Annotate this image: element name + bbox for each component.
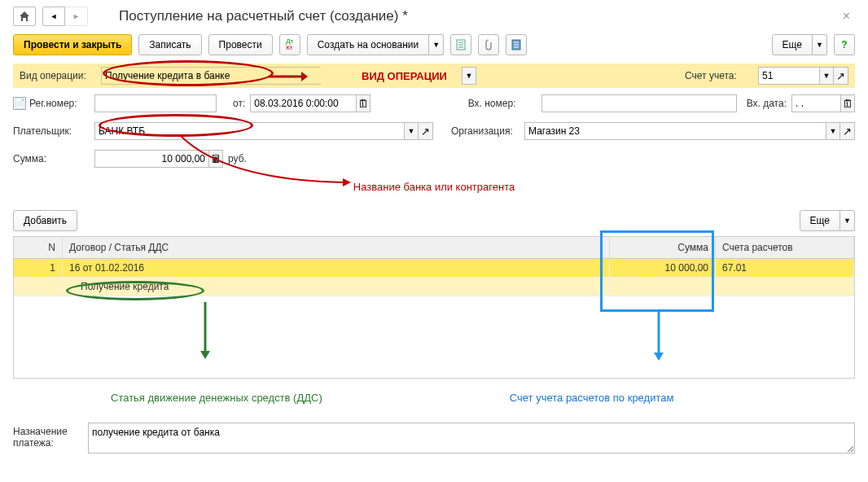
home-button[interactable] (13, 7, 36, 26)
account-dropdown[interactable]: ▼ (819, 67, 834, 85)
payer-input[interactable] (94, 122, 404, 140)
create-based-on-button[interactable]: Создать на основании (307, 34, 430, 55)
annotation-acc: Счет учета расчетов по кредитам (510, 392, 674, 404)
op-type-input[interactable] (101, 67, 321, 85)
col-sum[interactable]: Сумма (610, 237, 716, 258)
open-icon: ↗ (843, 125, 852, 138)
account-input[interactable] (758, 67, 819, 85)
in-no-input[interactable] (541, 94, 737, 112)
org-dropdown[interactable]: ▼ (826, 122, 840, 140)
chevron-down-icon: ▼ (432, 41, 440, 49)
op-type-label: Вид операции: (20, 70, 101, 81)
arrow-left-icon: ◄ (50, 12, 58, 20)
question-icon: ? (841, 39, 847, 50)
table-row-sub[interactable]: Получение кредита (14, 278, 854, 296)
annotation-op-type: ВИД ОПЕРАЦИИ (362, 70, 447, 82)
chevron-down-icon: ▼ (408, 127, 415, 135)
table-more-button[interactable]: Еще (800, 210, 840, 231)
payer-label: Плательщик: (13, 125, 94, 137)
col-n[interactable]: N (14, 237, 63, 258)
col-desc[interactable]: Договор / Статья ДДС (63, 237, 610, 258)
account-label: Счет учета: (685, 70, 758, 81)
payer-open[interactable]: ↗ (419, 122, 433, 140)
add-row-button[interactable]: Добавить (13, 210, 77, 231)
attach-button[interactable] (478, 34, 499, 55)
payer-dropdown[interactable]: ▼ (404, 122, 419, 140)
close-button[interactable]: × (838, 7, 855, 25)
account-open[interactable]: ↗ (834, 67, 848, 85)
grid-empty-area[interactable] (14, 296, 854, 378)
calculator-icon: 🖩 (211, 153, 221, 165)
sum-calc[interactable]: 🖩 (208, 150, 223, 168)
in-no-label: Вх. номер: (468, 98, 541, 109)
purpose-label: Назначение платежа: (13, 423, 88, 449)
post-and-close-button[interactable]: Провести и закрыть (13, 34, 132, 55)
org-label: Организация: (451, 125, 524, 137)
sum-label: Сумма: (13, 153, 94, 164)
currency-label: руб. (228, 153, 252, 164)
post-button[interactable]: Провести (208, 34, 273, 55)
help-button[interactable]: ? (834, 34, 855, 55)
cell-acc: 67.01 (716, 259, 854, 278)
save-button[interactable]: Записать (138, 34, 201, 55)
back-button[interactable]: ◄ (42, 7, 65, 26)
paperclip-icon (484, 39, 493, 50)
table-row[interactable]: 1 16 от 01.02.2016 10 000,00 67.01 (14, 259, 854, 278)
table-more-dropdown[interactable]: ▼ (840, 210, 855, 231)
in-date-input[interactable] (791, 94, 840, 112)
org-input[interactable] (524, 122, 826, 140)
open-icon: ↗ (836, 70, 845, 82)
doc-icon: 📄 (13, 97, 26, 110)
calendar-icon: 🗓 (358, 98, 369, 110)
reg-no-label: Рег.номер: (29, 98, 94, 109)
chevron-down-icon: ▼ (830, 127, 837, 135)
create-based-on-dropdown[interactable]: ▼ (429, 34, 444, 55)
calendar-icon: 🗓 (843, 98, 853, 110)
chevron-down-icon: ▼ (465, 72, 472, 80)
more-button[interactable]: Еще (772, 34, 813, 55)
home-icon (19, 11, 30, 22)
date-input[interactable] (250, 94, 356, 112)
col-acc[interactable]: Счета расчетов (716, 237, 854, 258)
cell-sum: 10 000,00 (610, 259, 716, 278)
open-icon: ↗ (421, 125, 430, 138)
report-button[interactable] (450, 34, 471, 55)
sum-input[interactable] (94, 150, 208, 168)
cell-dds: Получение кредита (63, 278, 610, 296)
forward-button[interactable]: ► (65, 7, 88, 26)
chevron-down-icon: ▼ (816, 41, 823, 49)
more-dropdown[interactable]: ▼ (813, 34, 827, 55)
op-type-dropdown[interactable]: ▼ (462, 67, 476, 85)
in-date-picker[interactable]: 🗓 (840, 94, 855, 112)
reg-no-input[interactable] (94, 94, 217, 112)
arrow-right-icon: ► (72, 12, 80, 20)
cell-n: 1 (14, 259, 63, 278)
date-picker[interactable]: 🗓 (356, 94, 370, 112)
details-table: N Договор / Статья ДДС Сумма Счета расче… (13, 236, 855, 379)
annotation-bank-name: Название банка или контрагента (353, 181, 515, 193)
dtkt-icon: ДтКт (286, 38, 293, 51)
date-from-label: от: (233, 98, 250, 109)
annotation-dds: Статья движение денежных средств (ДДС) (111, 392, 322, 404)
dtkt-button[interactable]: ДтКт (279, 34, 300, 55)
document-icon (456, 39, 466, 50)
org-open[interactable]: ↗ (840, 122, 855, 140)
list-icon (511, 39, 521, 50)
page-title: Поступление на расчетный счет (создание)… (119, 8, 408, 24)
cell-contract: 16 от 01.02.2016 (63, 259, 610, 278)
chevron-down-icon: ▼ (844, 217, 851, 225)
chevron-down-icon: ▼ (823, 72, 831, 80)
in-date-label: Вх. дата: (747, 98, 791, 109)
list-button[interactable] (506, 34, 527, 55)
purpose-input[interactable] (88, 423, 855, 454)
